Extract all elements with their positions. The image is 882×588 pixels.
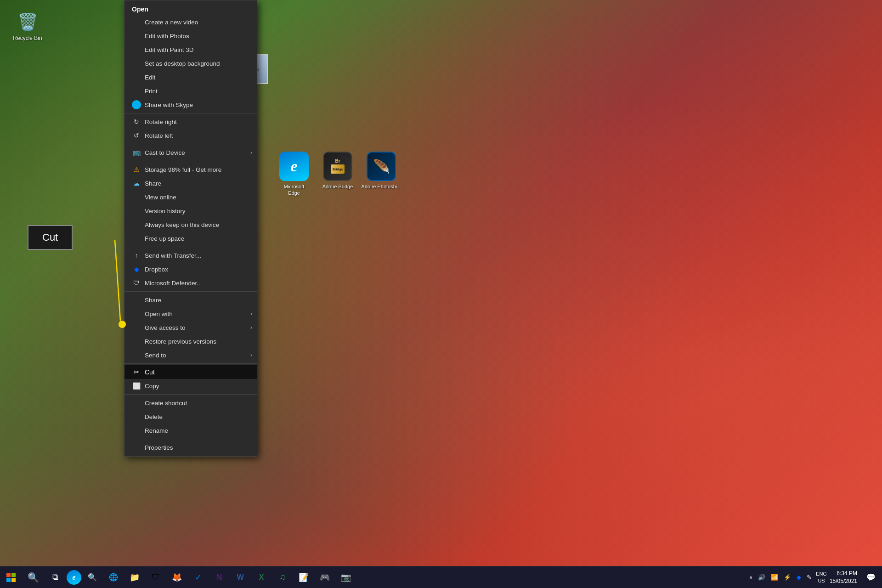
taskbar: 🔍 ⧉ e 🔍 🌐 📁 🛡 🦊 ✓ N W X ♫ 📝 🎮 📷 ∧ 🔊 📶 ⚡ … [0,566,882,588]
menu-send-transfer[interactable]: ↑ Send with Transfer... [124,249,257,262]
version-icon [132,206,141,215]
menu-version-history[interactable]: Version history [124,204,257,218]
edit-photos-icon [132,31,141,40]
edit-photos-label: Edit with Photos [145,33,189,40]
power-icon[interactable]: ⚡ [782,573,792,582]
taskbar-spotify[interactable]: ♫ [272,567,293,588]
tray-icon-1[interactable]: ✎ [805,573,813,582]
edit-icon [132,73,141,82]
taskbar-firefox[interactable]: 🦊 [167,567,187,588]
warning-icon: ⚠ [132,165,141,174]
create-video-label: Create a new video [145,19,198,26]
microsoft-edge-desktop-icon[interactable]: e MicrosoftEdge [273,152,315,197]
adobe-bridge-desktop-icon[interactable]: Br Bridge Adobe Bridge [317,152,358,190]
open-with-icon [132,309,141,318]
task-view-button[interactable]: ⧉ [44,566,66,588]
menu-create-new-video[interactable]: Create a new video [124,15,257,29]
free-space-icon [132,234,141,243]
menu-rotate-left[interactable]: ↺ Rotate left [124,129,257,142]
menu-dropbox[interactable]: ◆ Dropbox [124,262,257,276]
always-keep-label: Always keep on this device [145,221,219,228]
view-online-icon [132,192,141,202]
cast-arrow: › [250,149,252,156]
taskbar-edge2[interactable]: 🌐 [103,567,124,588]
version-label: Version history [145,208,186,215]
show-hidden-icons[interactable]: ∧ [748,574,754,581]
adobe-bridge-label: Adobe Bridge [322,183,353,190]
separator-3 [124,161,257,161]
menu-properties[interactable]: Properties [124,441,257,454]
menu-copy[interactable]: ⬜ Copy [124,379,257,393]
recycle-bin-label: Recycle Bin [13,35,42,42]
taskbar-defender[interactable]: 🛡 [146,567,166,588]
free-space-label: Free up space [145,235,184,242]
menu-open[interactable]: Open [124,2,257,15]
transfer-label: Send with Transfer... [145,252,201,259]
menu-open-with[interactable]: Open with › [124,307,257,321]
dropbox-icon: ◆ [132,265,141,274]
menu-restore-prev[interactable]: Restore previous versions [124,334,257,348]
menu-free-up-space[interactable]: Free up space [124,232,257,245]
menu-storage-warning[interactable]: ⚠ Storage 98% full - Get more [124,163,257,176]
time-display: 6:34 PM [830,570,857,577]
adobe-photoshop-desktop-icon[interactable]: 🪶 Adobe Photoshi... [361,152,402,190]
taskbar-edge[interactable]: e [67,570,81,585]
menu-view-online[interactable]: View online [124,190,257,204]
taskbar-search[interactable]: 🔍 [82,567,102,588]
cut-icon: ✂ [132,368,141,377]
svg-rect-1 [6,573,11,577]
dropbox-tray-icon[interactable]: ◆ [795,573,803,582]
search-button[interactable]: 🔍 [22,566,44,588]
menu-set-desktop-bg[interactable]: Set as desktop background [124,57,257,70]
shortcut-label: Create shortcut [145,400,187,407]
recycle-bin-icon[interactable]: 🗑️ Recycle Bin [9,9,46,44]
menu-delete[interactable]: Delete [124,410,257,424]
menu-microsoft-defender[interactable]: 🛡 Microsoft Defender... [124,276,257,290]
rotate-right-label: Rotate right [145,119,177,125]
taskbar-camera[interactable]: 📷 [336,567,356,588]
cut-annotation-text: Cut [42,232,58,243]
share2-icon [132,295,141,305]
menu-share-skype[interactable]: S Share with Skype [124,98,257,112]
volume-icon[interactable]: 🔊 [757,573,767,582]
menu-edit-with-photos[interactable]: Edit with Photos [124,29,257,43]
menu-rotate-right[interactable]: ↻ Rotate right [124,115,257,129]
network-icon[interactable]: 📶 [769,573,780,582]
clock[interactable]: 6:34 PM 15/05/2021 [830,570,857,585]
taskbar-onenote[interactable]: N [209,567,229,588]
recycle-bin-image: 🗑️ [17,11,39,33]
menu-cut[interactable]: ✂ Cut [124,365,257,379]
defender-label: Microsoft Defender... [145,280,202,287]
menu-edit-paint3d[interactable]: Edit with Paint 3D [124,43,257,57]
start-button[interactable] [0,566,22,588]
menu-rename[interactable]: Rename [124,424,257,437]
system-tray: ∧ 🔊 📶 ⚡ ◆ ✎ ENG US 6:34 PM 15/05/2021 💬 [744,570,882,585]
open-label: Open [132,6,148,13]
open-with-label: Open with [145,311,173,317]
menu-edit[interactable]: Edit [124,70,257,84]
menu-cast-to-device[interactable]: 📺 Cast to Device › [124,146,257,159]
language-indicator[interactable]: ENG US [816,571,827,584]
notification-center[interactable]: 💬 [864,570,878,585]
paint3d-icon [132,45,141,54]
taskbar-folder[interactable]: 📁 [124,567,145,588]
taskbar-sticky[interactable]: 📝 [294,567,314,588]
taskbar-games[interactable]: 🎮 [315,567,335,588]
view-online-label: View online [145,194,176,201]
menu-share2[interactable]: Share [124,293,257,307]
taskbar-word[interactable]: W [230,567,250,588]
menu-give-access[interactable]: Give access to › [124,321,257,334]
taskbar-excel[interactable]: X [251,567,271,588]
menu-send-to[interactable]: Send to › [124,348,257,362]
menu-print[interactable]: Print [124,84,257,98]
menu-always-keep[interactable]: Always keep on this device [124,218,257,232]
menu-share-onedrive[interactable]: ☁ Share [124,176,257,190]
menu-create-shortcut[interactable]: Create shortcut [124,396,257,410]
separator-4 [124,247,257,247]
delete-label: Delete [145,413,163,420]
taskbar-checkmark[interactable]: ✓ [188,567,208,588]
rename-label: Rename [145,427,168,434]
create-video-icon [132,17,141,27]
share-od-label: Share [145,180,161,187]
svg-rect-2 [11,573,16,577]
